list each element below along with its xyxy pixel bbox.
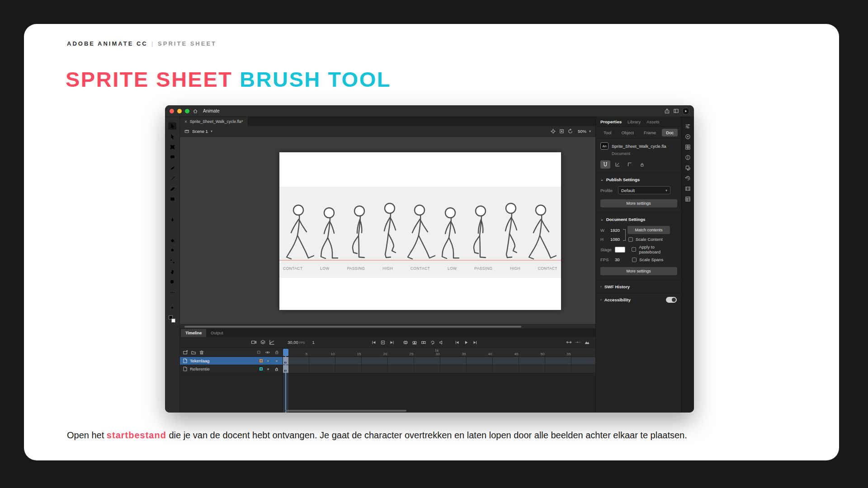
selection-tool-icon[interactable] [168, 122, 176, 130]
tab-properties[interactable]: Properties [600, 119, 622, 124]
resize-timeline-icon[interactable] [566, 339, 572, 345]
tab-timeline[interactable]: Timeline [181, 329, 206, 337]
fit-timeline-icon[interactable] [584, 339, 590, 345]
fps-value[interactable]: 30,00 [288, 340, 298, 345]
loop-icon[interactable] [429, 340, 436, 345]
current-frame[interactable]: 1 [312, 340, 314, 345]
scale-content-checkbox[interactable] [628, 237, 633, 242]
transform-panel-icon[interactable] [685, 165, 691, 171]
layer-depth-icon[interactable] [259, 339, 266, 345]
play-icon[interactable] [463, 340, 469, 345]
text-tool-icon[interactable] [168, 226, 176, 234]
timeline-scrollbar-thumb[interactable] [285, 410, 406, 412]
clip-content-icon[interactable] [559, 128, 565, 134]
scale-spans-checkbox[interactable] [632, 258, 637, 262]
timeline-ruler[interactable]: 1s 5 10 15 20 25 30 35 40 45 50 [283, 348, 595, 357]
classic-brush-tool-icon[interactable] [168, 174, 176, 182]
layer-visibility-cell[interactable] [265, 368, 271, 370]
app-menu-animate[interactable]: Animate [203, 108, 220, 113]
frame-rate-display[interactable]: 30,00 FPS 1 [288, 340, 315, 345]
edit-multiple-frames-icon[interactable] [420, 340, 427, 345]
stage[interactable]: CONTACT LOW PASSING HIGH CONTACT LOW PAS… [279, 152, 561, 310]
components-panel-icon[interactable] [685, 186, 691, 192]
graph-editor-icon[interactable] [269, 339, 275, 345]
eraser-tool-icon[interactable] [168, 185, 176, 192]
workspace-icon[interactable] [673, 108, 679, 114]
snap-align-icon[interactable] [613, 160, 623, 169]
onion-skin-outline-icon[interactable] [411, 340, 418, 345]
zoom-window-button[interactable] [185, 109, 189, 113]
sound-icon[interactable] [439, 340, 445, 345]
color-swatches[interactable] [169, 315, 176, 324]
layer-visibility-cell[interactable] [265, 360, 271, 362]
insert-keyframe-icon[interactable] [380, 340, 386, 345]
show-hide-column-icon[interactable] [264, 350, 271, 355]
link-dimensions-icon[interactable] [623, 229, 626, 241]
scene-caret-icon[interactable]: ▾ [211, 129, 212, 133]
zoom-level[interactable]: 50% [578, 129, 586, 134]
document-settings-header[interactable]: ⌄ Document Settings [596, 212, 681, 225]
stage-color-swatch[interactable] [615, 247, 626, 253]
accessibility-header[interactable]: › Accessibility [596, 293, 681, 306]
next-keyframe-icon[interactable] [389, 340, 395, 345]
camera-icon[interactable] [250, 339, 257, 345]
mode-frame[interactable]: Frame [640, 129, 660, 136]
scene-selector[interactable]: Scene 1 [192, 129, 208, 134]
close-window-button[interactable] [170, 109, 174, 113]
hand-tool-icon[interactable] [168, 268, 176, 275]
step-back-icon[interactable] [454, 340, 460, 345]
asset-warp-tool-icon[interactable] [168, 247, 176, 254]
document-more-settings-button[interactable]: More settings [600, 267, 677, 275]
apply-pasteboard-checkbox[interactable] [632, 247, 636, 252]
layer-outline-color-chip[interactable] [259, 359, 263, 362]
pen-tool-icon[interactable] [168, 216, 176, 223]
home-icon[interactable] [193, 108, 198, 114]
snap-to-grid-icon[interactable] [625, 160, 635, 169]
zoom-caret-icon[interactable]: ▾ [589, 129, 591, 133]
playhead[interactable] [283, 349, 288, 356]
mode-object[interactable]: Object [617, 129, 637, 136]
play-circle-icon[interactable] [682, 108, 689, 115]
width-value[interactable]: 1920 [610, 228, 624, 233]
lock-guides-icon[interactable] [637, 160, 647, 169]
snap-to-objects-icon[interactable] [600, 160, 610, 169]
layer-locked-icon[interactable] [274, 367, 280, 371]
onion-skin-icon[interactable] [402, 340, 409, 345]
match-contents-button[interactable]: Match contents [627, 226, 670, 234]
swf-history-header[interactable]: › SWF History [596, 280, 681, 293]
mode-tool[interactable]: Tool [599, 129, 615, 136]
frames-row-referentie[interactable] [283, 365, 595, 373]
new-folder-icon[interactable] [191, 350, 196, 355]
paint-bucket-tool-icon[interactable] [168, 237, 176, 244]
line-tool-icon[interactable] [168, 206, 176, 213]
layer-outline-color-chip[interactable] [259, 367, 263, 371]
more-tools-icon[interactable] [168, 289, 176, 296]
bone-tool-icon[interactable] [168, 258, 176, 265]
layer-lock-cell[interactable] [274, 360, 280, 362]
share-icon[interactable] [664, 108, 670, 114]
align-panel-icon[interactable] [685, 123, 691, 129]
fill-color-swatch[interactable] [171, 319, 175, 323]
frame-picker-panel-icon[interactable] [685, 196, 691, 202]
layer-row-referentie[interactable]: Referentie [180, 365, 283, 373]
zoom-tool-icon[interactable] [168, 278, 176, 286]
publish-more-settings-button[interactable]: More settings [600, 199, 677, 207]
tab-library[interactable]: Library [627, 119, 641, 124]
document-tab[interactable]: × Sprite_Sheet_Walk_cycle.fla* [180, 117, 248, 126]
swatches-panel-icon[interactable] [685, 144, 691, 150]
fps-value[interactable]: 30 [615, 257, 624, 262]
publish-settings-header[interactable]: ⌄ Publish Settings [596, 173, 681, 185]
fluid-brush-tool-icon[interactable] [168, 164, 176, 171]
profile-select[interactable]: Default ▾ [618, 186, 670, 194]
delete-layer-icon[interactable] [199, 350, 204, 355]
history-panel-icon[interactable] [685, 175, 691, 181]
pressure-toggle-icon[interactable] [168, 304, 176, 311]
rectangle-tool-icon[interactable] [168, 195, 176, 202]
tab-output[interactable]: Output [206, 329, 227, 337]
frames-area[interactable]: 1s 5 10 15 20 25 30 35 40 45 50 [283, 348, 595, 413]
canvas-scrollbar-thumb[interactable] [184, 326, 521, 328]
rotate-view-icon[interactable] [567, 128, 573, 134]
center-stage-icon[interactable] [550, 128, 556, 134]
color-panel-icon[interactable] [685, 134, 691, 140]
subselection-tool-icon[interactable] [168, 133, 176, 140]
